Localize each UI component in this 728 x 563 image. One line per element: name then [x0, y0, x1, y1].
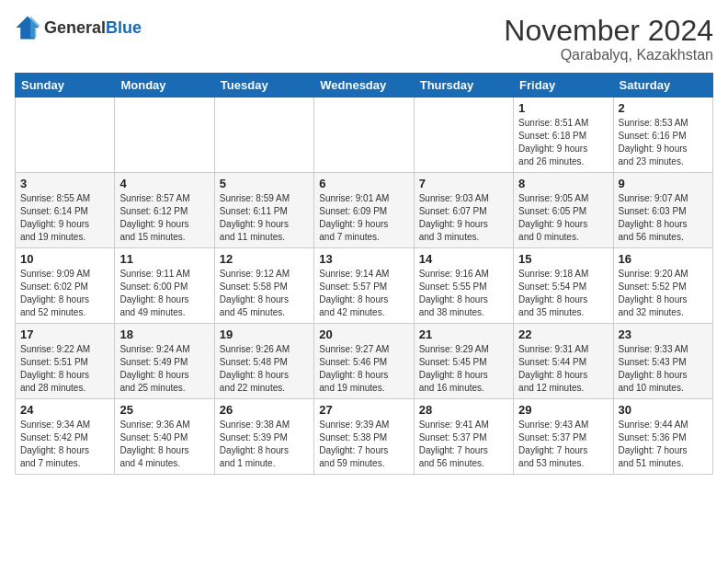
calendar-week-row: 1Sunrise: 8:51 AM Sunset: 6:18 PM Daylig… [16, 98, 713, 173]
calendar-cell: 28Sunrise: 9:41 AM Sunset: 5:37 PM Dayli… [414, 399, 513, 475]
day-number: 18 [119, 327, 209, 341]
day-number: 22 [518, 327, 608, 341]
day-number: 28 [419, 403, 508, 417]
day-info: Sunrise: 9:12 AM Sunset: 5:58 PM Dayligh… [220, 268, 309, 319]
day-info: Sunrise: 8:57 AM Sunset: 6:12 PM Dayligh… [119, 192, 209, 244]
col-wednesday: Wednesday [314, 74, 414, 98]
calendar-cell: 30Sunrise: 9:44 AM Sunset: 5:36 PM Dayli… [613, 399, 712, 475]
day-number: 8 [518, 177, 608, 190]
calendar-cell: 17Sunrise: 9:22 AM Sunset: 5:51 PM Dayli… [16, 324, 115, 399]
day-number: 26 [220, 403, 309, 417]
day-number: 1 [518, 101, 608, 115]
calendar-cell: 6Sunrise: 9:01 AM Sunset: 6:09 PM Daylig… [314, 173, 414, 248]
calendar-week-row: 10Sunrise: 9:09 AM Sunset: 6:02 PM Dayli… [16, 248, 713, 324]
calendar-cell: 23Sunrise: 9:33 AM Sunset: 5:43 PM Dayli… [613, 324, 712, 399]
day-info: Sunrise: 8:51 AM Sunset: 6:18 PM Dayligh… [518, 117, 608, 168]
day-number: 4 [119, 177, 209, 190]
day-info: Sunrise: 8:55 AM Sunset: 6:14 PM Dayligh… [20, 192, 109, 244]
day-info: Sunrise: 9:24 AM Sunset: 5:49 PM Dayligh… [119, 343, 209, 395]
month-title: November 2024 [504, 15, 713, 47]
svg-marker-1 [30, 17, 40, 38]
day-number: 25 [119, 403, 209, 417]
col-tuesday: Tuesday [214, 74, 313, 98]
day-number: 9 [619, 177, 708, 190]
calendar-cell: 20Sunrise: 9:27 AM Sunset: 5:46 PM Dayli… [314, 324, 414, 399]
calendar-cell: 3Sunrise: 8:55 AM Sunset: 6:14 PM Daylig… [16, 173, 115, 248]
day-number: 3 [20, 177, 109, 190]
logo-icon [15, 15, 40, 40]
day-number: 24 [20, 403, 109, 417]
calendar-cell: 26Sunrise: 9:38 AM Sunset: 5:39 PM Dayli… [214, 399, 313, 475]
day-number: 14 [419, 252, 508, 266]
day-info: Sunrise: 9:44 AM Sunset: 5:36 PM Dayligh… [619, 419, 708, 470]
location: Qarabalyq, Kazakhstan [504, 47, 713, 63]
day-number: 21 [419, 327, 508, 341]
day-info: Sunrise: 9:27 AM Sunset: 5:46 PM Dayligh… [319, 343, 408, 395]
day-number: 19 [220, 327, 309, 341]
day-number: 6 [319, 177, 408, 190]
day-number: 20 [319, 327, 408, 341]
calendar-cell: 8Sunrise: 9:05 AM Sunset: 6:05 PM Daylig… [514, 173, 613, 248]
day-info: Sunrise: 9:18 AM Sunset: 5:54 PM Dayligh… [518, 268, 608, 319]
calendar-cell [414, 98, 513, 173]
calendar-week-row: 24Sunrise: 9:34 AM Sunset: 5:42 PM Dayli… [16, 399, 713, 475]
calendar-cell: 10Sunrise: 9:09 AM Sunset: 6:02 PM Dayli… [16, 248, 115, 324]
day-number: 23 [619, 327, 708, 341]
calendar-cell: 24Sunrise: 9:34 AM Sunset: 5:42 PM Dayli… [16, 399, 115, 475]
day-info: Sunrise: 9:39 AM Sunset: 5:38 PM Dayligh… [319, 419, 408, 470]
header: GeneralBlue November 2024 Qarabalyq, Kaz… [15, 15, 713, 63]
col-friday: Friday [514, 74, 613, 98]
calendar-cell: 18Sunrise: 9:24 AM Sunset: 5:49 PM Dayli… [115, 324, 214, 399]
day-number: 30 [619, 403, 708, 417]
day-number: 17 [20, 327, 109, 341]
day-info: Sunrise: 9:29 AM Sunset: 5:45 PM Dayligh… [419, 343, 508, 395]
calendar-cell: 4Sunrise: 8:57 AM Sunset: 6:12 PM Daylig… [115, 173, 214, 248]
day-number: 12 [220, 252, 309, 266]
logo-text-blue: Blue [106, 18, 142, 38]
day-number: 27 [319, 403, 408, 417]
day-info: Sunrise: 9:36 AM Sunset: 5:40 PM Dayligh… [119, 419, 209, 470]
calendar-cell: 7Sunrise: 9:03 AM Sunset: 6:07 PM Daylig… [414, 173, 513, 248]
day-info: Sunrise: 8:59 AM Sunset: 6:11 PM Dayligh… [220, 192, 309, 244]
calendar-cell: 14Sunrise: 9:16 AM Sunset: 5:55 PM Dayli… [414, 248, 513, 324]
day-info: Sunrise: 9:20 AM Sunset: 5:52 PM Dayligh… [619, 268, 708, 319]
calendar-cell [16, 98, 115, 173]
calendar-cell: 11Sunrise: 9:11 AM Sunset: 6:00 PM Dayli… [115, 248, 214, 324]
calendar-cell [115, 98, 214, 173]
calendar-header-row: Sunday Monday Tuesday Wednesday Thursday… [16, 74, 713, 98]
calendar-cell: 12Sunrise: 9:12 AM Sunset: 5:58 PM Dayli… [214, 248, 313, 324]
calendar-week-row: 3Sunrise: 8:55 AM Sunset: 6:14 PM Daylig… [16, 173, 713, 248]
day-number: 13 [319, 252, 408, 266]
title-section: November 2024 Qarabalyq, Kazakhstan [504, 15, 713, 63]
calendar-cell: 15Sunrise: 9:18 AM Sunset: 5:54 PM Dayli… [514, 248, 613, 324]
calendar-cell: 16Sunrise: 9:20 AM Sunset: 5:52 PM Dayli… [613, 248, 712, 324]
day-info: Sunrise: 9:43 AM Sunset: 5:37 PM Dayligh… [518, 419, 608, 470]
calendar-week-row: 17Sunrise: 9:22 AM Sunset: 5:51 PM Dayli… [16, 324, 713, 399]
calendar-cell: 21Sunrise: 9:29 AM Sunset: 5:45 PM Dayli… [414, 324, 513, 399]
day-info: Sunrise: 9:34 AM Sunset: 5:42 PM Dayligh… [20, 419, 109, 470]
calendar-cell: 1Sunrise: 8:51 AM Sunset: 6:18 PM Daylig… [514, 98, 613, 173]
logo: GeneralBlue [15, 15, 142, 40]
calendar-cell: 13Sunrise: 9:14 AM Sunset: 5:57 PM Dayli… [314, 248, 414, 324]
day-info: Sunrise: 9:38 AM Sunset: 5:39 PM Dayligh… [220, 419, 309, 470]
day-info: Sunrise: 9:09 AM Sunset: 6:02 PM Dayligh… [20, 268, 109, 319]
day-number: 10 [20, 252, 109, 266]
day-info: Sunrise: 9:05 AM Sunset: 6:05 PM Dayligh… [518, 192, 608, 244]
calendar-cell: 29Sunrise: 9:43 AM Sunset: 5:37 PM Dayli… [514, 399, 613, 475]
calendar-cell [214, 98, 313, 173]
calendar-cell: 22Sunrise: 9:31 AM Sunset: 5:44 PM Dayli… [514, 324, 613, 399]
calendar-cell: 19Sunrise: 9:26 AM Sunset: 5:48 PM Dayli… [214, 324, 313, 399]
calendar-cell: 9Sunrise: 9:07 AM Sunset: 6:03 PM Daylig… [613, 173, 712, 248]
col-sunday: Sunday [16, 74, 115, 98]
day-number: 29 [518, 403, 608, 417]
calendar-cell: 27Sunrise: 9:39 AM Sunset: 5:38 PM Dayli… [314, 399, 414, 475]
day-number: 11 [119, 252, 209, 266]
day-info: Sunrise: 9:31 AM Sunset: 5:44 PM Dayligh… [518, 343, 608, 395]
day-info: Sunrise: 9:33 AM Sunset: 5:43 PM Dayligh… [619, 343, 708, 395]
calendar-cell [314, 98, 414, 173]
day-info: Sunrise: 9:07 AM Sunset: 6:03 PM Dayligh… [619, 192, 708, 244]
calendar-table: Sunday Monday Tuesday Wednesday Thursday… [15, 73, 713, 475]
day-info: Sunrise: 8:53 AM Sunset: 6:16 PM Dayligh… [619, 117, 708, 168]
day-info: Sunrise: 9:26 AM Sunset: 5:48 PM Dayligh… [220, 343, 309, 395]
col-monday: Monday [115, 74, 214, 98]
